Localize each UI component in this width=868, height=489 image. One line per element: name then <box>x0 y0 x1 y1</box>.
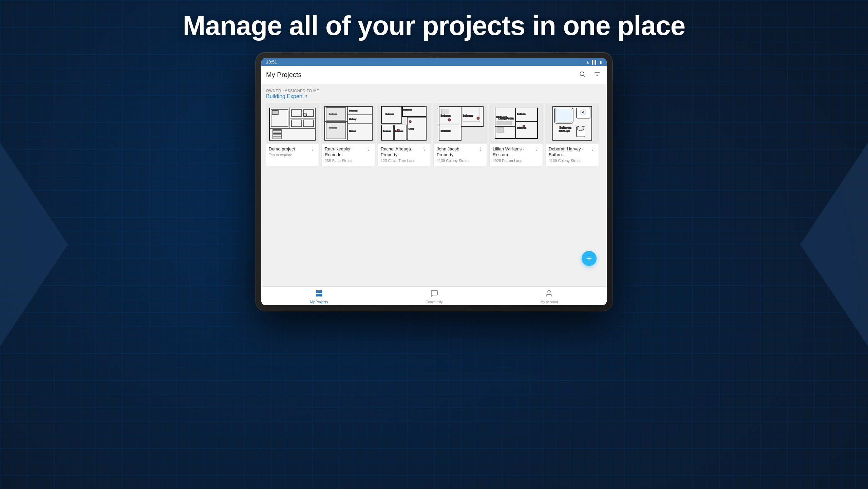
add-project-fab[interactable]: + <box>582 251 597 266</box>
header-icons <box>578 69 602 80</box>
camera-area <box>429 55 439 58</box>
svg-text:Bedroom: Bedroom <box>441 114 451 117</box>
svg-text:265.84 sq ft: 265.84 sq ft <box>496 116 507 118</box>
svg-rect-65 <box>497 122 512 125</box>
project-name: Demo project <box>269 146 309 152</box>
project-thumbnail <box>266 103 319 144</box>
svg-rect-40 <box>394 125 406 140</box>
project-menu-button[interactable]: ⋮ <box>309 146 316 152</box>
project-info: Rath-Keebler Remodel ⋮ 238 State Street <box>322 144 375 166</box>
svg-point-74 <box>577 126 584 131</box>
svg-rect-35 <box>326 123 346 139</box>
filter-button[interactable] <box>592 69 602 80</box>
decorative-triangle-left <box>0 143 68 346</box>
svg-point-0 <box>580 72 584 76</box>
project-info: Demo project ⋮ Tap to explore <box>266 144 319 160</box>
account-icon <box>545 289 553 300</box>
project-thumbnail: Living Room 265.84 sq ft Bedroom Bathroo… <box>490 103 543 144</box>
project-card[interactable]: Bedroom Bathroom Bedroom Bedroom Living <box>378 103 431 166</box>
filter-row: OWNER • ASSIGNED TO ME Building Expert <box>266 89 602 99</box>
svg-text:Living: Living <box>409 128 414 130</box>
project-address: 4139 Colony Street <box>437 159 484 163</box>
svg-rect-57 <box>441 109 448 114</box>
my-projects-icon <box>315 289 323 300</box>
svg-point-47 <box>409 121 411 123</box>
tablet-device: 10:51 ▲ ▌▌ ▮ My Projects <box>256 53 612 311</box>
filter-selector[interactable]: Building Expert <box>266 93 602 99</box>
svg-rect-34 <box>326 108 346 120</box>
svg-rect-83 <box>319 290 322 293</box>
svg-point-48 <box>397 129 399 131</box>
svg-rect-84 <box>316 294 319 296</box>
project-address: 123 Circle Tree Lane <box>381 159 428 163</box>
nav-label-my-account: My account <box>541 300 558 304</box>
filter-selector-arrow <box>304 94 309 99</box>
project-menu-button[interactable]: ⋮ <box>533 146 540 152</box>
project-name: Rachel Arteaga Property <box>381 146 421 158</box>
svg-point-22 <box>303 113 307 116</box>
battery-icon: ▮ <box>600 60 602 65</box>
svg-rect-38 <box>402 106 426 116</box>
status-time: 10:51 <box>266 59 277 65</box>
status-icons: ▲ ▌▌ ▮ <box>586 60 602 65</box>
svg-rect-21 <box>272 110 278 114</box>
app-header: My Projects <box>261 66 607 84</box>
project-card[interactable]: Living Room 265.84 sq ft Bedroom Bathroo… <box>490 103 543 166</box>
filter-selector-text: Building Expert <box>266 93 303 99</box>
svg-text:Bedroom: Bedroom <box>441 130 451 132</box>
project-card[interactable]: Bathroom 107.64 sq ft Deborah Harvey - B… <box>546 103 599 166</box>
camera-dot-2 <box>436 55 439 58</box>
project-menu-button[interactable]: ⋮ <box>589 146 596 152</box>
project-card[interactable]: Bedroom Bedroom Bathroom <box>434 103 487 166</box>
project-name: Deborah Harvey - Bathro... <box>549 146 589 158</box>
search-button[interactable] <box>578 69 587 80</box>
svg-rect-85 <box>319 294 322 296</box>
project-menu-button[interactable]: ⋮ <box>421 146 428 152</box>
project-address: 238 State Street <box>325 159 372 163</box>
app-content: OWNER • ASSIGNED TO ME Building Expert <box>261 84 607 286</box>
svg-text:Bedroom: Bedroom <box>383 130 391 132</box>
project-menu-button[interactable]: ⋮ <box>477 146 484 152</box>
project-card[interactable]: Demo project ⋮ Tap to explore <box>266 103 319 166</box>
project-info: Lillian Williams - Restora... ⋮ 4928 Pat… <box>490 144 543 166</box>
nav-label-my-projects: My Projects <box>310 300 328 304</box>
project-thumbnail: Bedroom Bedroom Bedroom Hallway Kitchen <box>322 103 375 144</box>
svg-text:Bathroom: Bathroom <box>560 126 571 129</box>
svg-text:Bathroom: Bathroom <box>403 109 412 111</box>
svg-text:Bathroom: Bathroom <box>463 114 473 117</box>
nav-item-my-projects[interactable]: My Projects <box>303 289 335 304</box>
nav-item-community[interactable]: Community <box>419 289 450 304</box>
svg-rect-76 <box>555 109 572 122</box>
projects-grid: Demo project ⋮ Tap to explore <box>266 103 602 166</box>
project-menu-button[interactable]: ⋮ <box>365 146 372 152</box>
project-info: Deborah Harvey - Bathro... ⋮ 4139 Colony… <box>546 144 599 166</box>
project-subtitle: Tap to explore <box>269 153 316 157</box>
community-icon <box>430 289 438 300</box>
svg-point-56 <box>477 117 479 120</box>
app-title: My Projects <box>266 71 578 79</box>
filter-label: OWNER • ASSIGNED TO ME <box>266 89 602 93</box>
svg-rect-82 <box>316 290 319 293</box>
status-bar: 10:51 ▲ ▌▌ ▮ <box>261 58 607 66</box>
svg-text:Bedroom: Bedroom <box>349 110 357 112</box>
svg-rect-39 <box>381 125 393 140</box>
nav-label-community: Community <box>426 300 443 304</box>
svg-rect-66 <box>497 127 504 132</box>
project-address: 4139 Colony Street <box>549 159 596 163</box>
project-thumbnail: Bedroom Bathroom Bedroom Bedroom Living <box>378 103 431 144</box>
svg-text:Hallway: Hallway <box>349 118 356 120</box>
project-card[interactable]: Bedroom Bedroom Bedroom Hallway Kitchen <box>322 103 375 166</box>
signal-icon: ▌▌ <box>592 60 598 65</box>
project-info: Rachel Arteaga Property ⋮ 123 Circle Tre… <box>378 144 431 166</box>
bottom-nav: My Projects Community My account <box>261 286 607 305</box>
nav-item-my-account[interactable]: My account <box>534 289 565 304</box>
svg-text:107.64 sq ft: 107.64 sq ft <box>559 130 570 132</box>
project-thumbnail: Bathroom 107.64 sq ft <box>546 103 599 144</box>
svg-text:Kitchen: Kitchen <box>349 130 356 132</box>
project-name: John Jacob Property <box>437 146 477 158</box>
camera-dot-1 <box>429 55 432 58</box>
project-address: 4928 Patron Lane <box>493 159 540 163</box>
tablet-screen: 10:51 ▲ ▌▌ ▮ My Projects <box>261 58 607 305</box>
project-thumbnail: Bedroom Bedroom Bathroom <box>434 103 487 144</box>
project-info: John Jacob Property ⋮ 4139 Colony Street <box>434 144 487 166</box>
